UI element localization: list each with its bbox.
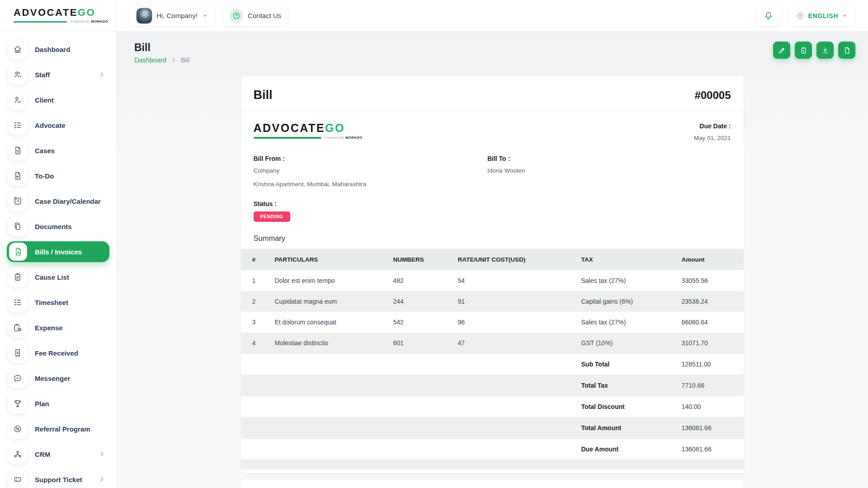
sidebar-item-messenger[interactable]: Messenger: [7, 368, 109, 389]
chevron-down-icon: [202, 13, 208, 19]
brand-logo[interactable]: ADVOCATEGO Powered By WORKDO: [0, 0, 116, 32]
breadcrumb-dashboard-link[interactable]: Dashboard: [134, 56, 166, 64]
chat-icon: [8, 368, 28, 388]
due-date-label: Due Date :: [694, 122, 731, 130]
sidebar-item-crm[interactable]: CRM: [7, 444, 109, 465]
sidebar-item-documents[interactable]: Documents: [7, 216, 109, 237]
language-label: ENGLISH: [808, 12, 838, 19]
table-row: 2Cupidatat magna eum24491Capital gains (…: [241, 291, 744, 312]
share-nodes-icon: [8, 444, 28, 464]
sidebar-item-expense[interactable]: Expense: [7, 317, 109, 338]
ticket-icon: [8, 469, 28, 488]
bill-to-name: Idona Wooten: [487, 166, 525, 176]
column-header: RATE/UNIT COST(USD): [453, 249, 577, 270]
sidebar: ADVOCATEGO Powered By WORKDO Dashboard S…: [0, 0, 116, 488]
edit-bill-button[interactable]: [773, 42, 790, 59]
bill-from-name: Company: [254, 166, 487, 176]
svg-text:$: $: [17, 351, 19, 355]
brand-underline: [14, 21, 67, 23]
sidebar-item-staff[interactable]: Staff: [7, 64, 109, 85]
chevron-down-icon: [842, 13, 848, 19]
table-row: 3Et dolorum consequat54296Sales tax (27%…: [241, 312, 744, 333]
bill-brand-logo: ADVOCATEGO Powered By WORKDO: [254, 122, 363, 143]
breadcrumb: Dashboard Bill: [134, 56, 189, 64]
users-icon: [8, 65, 28, 84]
sidebar-item-timesheet[interactable]: Timesheet: [7, 292, 109, 313]
copy-icon: [8, 216, 28, 236]
table-row: 1Dolor est enim tempo48254Sales tax (27%…: [241, 270, 744, 291]
table-row: 4Molestiae distinctio60147GST (10%)31071…: [241, 333, 744, 354]
sidebar-nav: Dashboard Staff Client Advocate Cases: [0, 32, 116, 488]
sidebar-item-cases[interactable]: Cases: [7, 140, 109, 161]
sidebar-item-advocate[interactable]: Advocate: [7, 115, 109, 136]
bill-from-label: Bill From :: [254, 155, 487, 162]
page-title: Bill: [134, 42, 189, 54]
brand-powered-by: Powered By WORKDO: [325, 136, 363, 140]
chevron-right-icon: [99, 71, 105, 78]
sidebar-item-referral-program[interactable]: Referral Program: [7, 418, 109, 439]
sidebar-item-bills-invoices[interactable]: Bills / Invoices: [7, 241, 109, 262]
badge-percent-icon: [8, 419, 28, 439]
globe-icon: [796, 11, 805, 20]
page-header: Bill Dashboard Bill $: [116, 32, 868, 64]
bill-card: Bill #00005 ADVOCATEGO Powered By WORKDO…: [241, 76, 744, 473]
brand-powered-by: Powered By WORKDO: [71, 20, 108, 23]
chevron-right-icon: [99, 476, 105, 483]
breadcrumb-current: Bill: [181, 56, 189, 64]
clipboard-clock-icon: [8, 318, 28, 338]
sidebar-item-support-ticket[interactable]: Support Ticket: [7, 469, 109, 488]
status-label: Status :: [254, 200, 731, 207]
sidebar-item-client[interactable]: Client: [7, 89, 109, 110]
bell-icon: [764, 11, 774, 21]
notifications-button[interactable]: [755, 5, 782, 26]
language-selector[interactable]: ENGLISH: [788, 5, 855, 26]
download-icon: [821, 47, 829, 54]
preview-bill-button[interactable]: [838, 42, 855, 59]
clipboard-icon: [8, 267, 28, 287]
brand-underline: [254, 137, 321, 139]
scroll-icon: [8, 191, 28, 211]
sidebar-item-dashboard[interactable]: Dashboard: [7, 39, 109, 60]
bill-heading: Bill: [254, 88, 273, 102]
chevron-right-icon: [171, 57, 176, 63]
greeting-label: Hi, Company!: [156, 12, 198, 19]
main-area: Hi, Company! Contact Us ENGLISH: [116, 0, 868, 488]
status-badge: PENDING: [254, 211, 290, 222]
table-header-row: # PARTICULARS NUMBERS RATE/UNIT COST(USD…: [241, 249, 744, 270]
home-icon: [8, 39, 28, 59]
total-row: Sub Total128511.00: [241, 353, 744, 375]
file-icon: [843, 47, 851, 54]
trophy-icon: [8, 394, 28, 413]
total-row: Total Amount136081.66: [241, 417, 744, 438]
column-header: Amount: [677, 249, 744, 270]
sidebar-item-plan[interactable]: Plan: [7, 393, 109, 414]
pencil-icon: [778, 47, 786, 54]
contact-us-button[interactable]: Contact Us: [222, 5, 289, 26]
download-bill-button[interactable]: [816, 42, 834, 59]
document-icon: [8, 141, 28, 160]
invoice-icon: [9, 243, 27, 261]
user-menu[interactable]: Hi, Company!: [129, 5, 216, 26]
document-plus-icon: [8, 166, 28, 186]
sidebar-item-todo[interactable]: To-Do: [7, 165, 109, 186]
checklist-icon: [8, 115, 28, 135]
clipboard-dollar-icon: $: [800, 47, 807, 54]
bill-number: #00005: [694, 89, 731, 102]
payments-card: Payments: [241, 479, 744, 488]
due-date-value: May 01, 2021: [694, 134, 731, 143]
add-payment-button[interactable]: $: [795, 42, 812, 59]
receipt-dollar-icon: $: [8, 343, 28, 363]
sidebar-item-case-diary[interactable]: Case Diary/Calendar: [7, 191, 109, 211]
task-list-icon: [8, 292, 28, 312]
app-root: ADVOCATEGO Powered By WORKDO Dashboard S…: [0, 0, 868, 488]
brand-name: ADVOCATE: [14, 7, 78, 18]
user-check-icon: [8, 90, 28, 110]
page-content: Bill Dashboard Bill $ Bill: [116, 32, 868, 488]
sidebar-item-fee-received[interactable]: $ Fee Received: [7, 343, 109, 363]
column-header: NUMBERS: [389, 249, 453, 270]
total-row: Due Amount136081.66: [241, 438, 744, 460]
topbar: Hi, Company! Contact Us ENGLISH: [116, 0, 868, 32]
sidebar-item-cause-list[interactable]: Cause List: [7, 267, 109, 287]
table-empty-row: [241, 460, 744, 469]
brand-suffix: GO: [78, 7, 95, 18]
